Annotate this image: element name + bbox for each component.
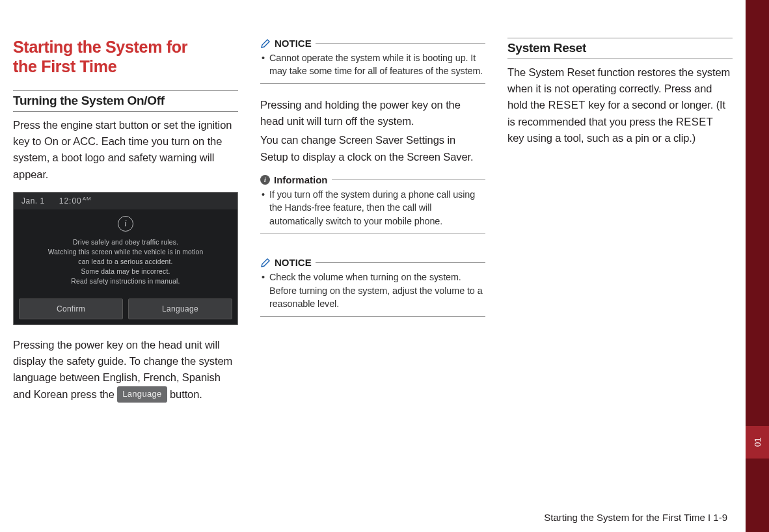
paragraph-screensaver: You can change Screen Saver Settings in … [260, 132, 485, 165]
reset-key: RESET [548, 99, 586, 111]
heading-rule [332, 180, 486, 180]
page-footer: Starting the System for the First Time I… [544, 512, 727, 523]
paragraph-onoff-intro: Press the engine start button or set the… [13, 117, 238, 183]
heading-rule [316, 43, 485, 44]
information-list: If you turn off the system during a phon… [260, 188, 485, 228]
divider [260, 83, 485, 84]
section-heading-wrap: Turning the System On/Off [13, 90, 238, 112]
screenshot-time: 12:00AM [59, 196, 92, 206]
screenshot-msg-line: Some data may be incorrect. [14, 267, 237, 277]
screenshot-msg-line: Read safety instructions in manual. [14, 277, 237, 287]
screenshot-msg-line: Drive safely and obey traffic rules. [14, 238, 237, 248]
screenshot-language-button: Language [128, 299, 232, 319]
divider [260, 316, 485, 317]
paragraph-language: Pressing the power key on the head unit … [13, 337, 238, 403]
section-heading-onoff: Turning the System On/Off [13, 94, 238, 108]
page-title-line1: Starting the System for [13, 38, 238, 57]
notice-label: NOTICE [275, 257, 312, 268]
boot-screenshot: Jan. 1 12:00AM i Drive safely and obey t… [13, 192, 238, 325]
information-item: If you turn off the system during a phon… [260, 188, 485, 228]
information-heading: i Information [260, 174, 485, 185]
notice-item: Cannot operate the system while it is bo… [260, 51, 485, 78]
screenshot-msg-line: can lead to a serious accident. [14, 258, 237, 267]
notice-list: Cannot operate the system while it is bo… [260, 51, 485, 78]
page-title: Starting the System for the First Time [13, 38, 238, 76]
pencil-icon [260, 38, 271, 49]
screenshot-buttons: Confirm Language [19, 299, 232, 319]
info-icon: i [260, 175, 270, 185]
heading-rule [316, 262, 485, 263]
reset-key: RESET [676, 116, 714, 127]
section-heading-reset: System Reset [507, 41, 733, 55]
chapter-tab: 01 [746, 426, 769, 459]
divider [260, 233, 485, 233]
section-heading-wrap: System Reset [507, 38, 733, 59]
paragraph-reset: The System Reset function restores the s… [507, 64, 733, 146]
notice-heading: NOTICE [260, 38, 485, 49]
pencil-icon [260, 258, 271, 268]
screenshot-statusbar: Jan. 1 12:00AM [14, 193, 237, 209]
notice-list: Check the volume when turning on the sys… [260, 271, 485, 310]
screenshot-msg-line: Watching this screen while the vehicle i… [14, 248, 237, 258]
notice-heading: NOTICE [260, 257, 485, 268]
information-label: Information [274, 174, 328, 185]
info-icon: i [118, 216, 133, 232]
notice-item: Check the volume when turning on the sys… [260, 271, 485, 310]
language-button-inline: Language [117, 386, 167, 403]
screenshot-confirm-button: Confirm [19, 299, 123, 319]
page-columns: Starting the System for the First Time T… [0, 0, 769, 479]
screenshot-message: i Drive safely and obey traffic rules. W… [14, 216, 237, 287]
page-title-line2: the First Time [13, 57, 238, 77]
notice-label: NOTICE [275, 38, 312, 49]
paragraph-poweroff: Pressing and holding the power key on th… [260, 97, 485, 129]
screenshot-date: Jan. 1 [21, 196, 45, 206]
